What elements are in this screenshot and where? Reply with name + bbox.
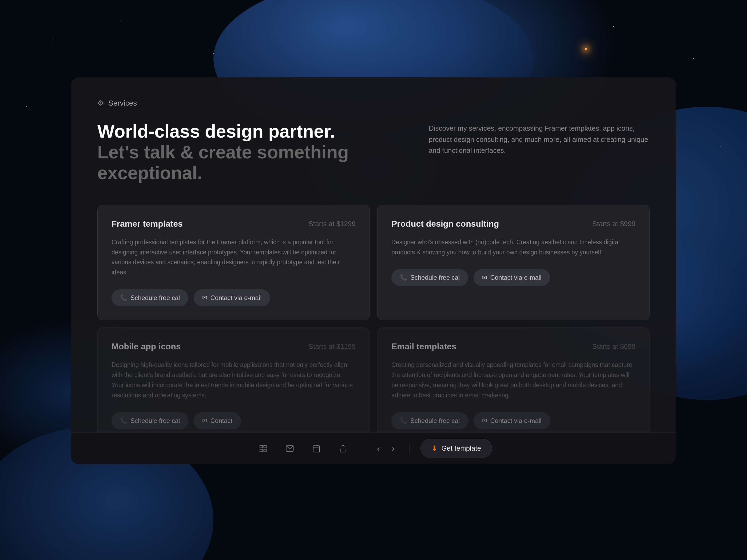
- card-framer-actions: 📞 Schedule free cal ✉ Contact via e-mail: [111, 289, 356, 306]
- get-template-label: Get template: [441, 444, 481, 453]
- card-mobile-header: Mobile app icons Starts at $1199: [111, 342, 356, 351]
- card-email-header: Email templates Starts at $699: [391, 342, 636, 351]
- email-icon: ✉: [202, 294, 207, 301]
- prev-button[interactable]: ‹: [373, 441, 384, 456]
- email-schedule-label: Schedule free cal: [410, 417, 460, 425]
- framer-schedule-label: Schedule free cal: [130, 294, 180, 301]
- grid-icon[interactable]: [255, 441, 271, 456]
- card-product-design: Product design consulting Starts at $999…: [377, 205, 650, 320]
- header-right: Discover my services, encompassing Frame…: [429, 121, 650, 156]
- card-product-header: Product design consulting Starts at $999: [391, 219, 636, 229]
- services-label-text: Services: [108, 99, 137, 107]
- framer-contact-label: Contact via e-mail: [210, 294, 261, 301]
- card-mobile-icons: Mobile app icons Starts at $1199 Designi…: [97, 327, 370, 443]
- card-framer-header: Framer templates Starts at $1299: [111, 219, 356, 229]
- svg-rect-3: [264, 449, 266, 451]
- email-icon-4: ✉: [482, 417, 487, 424]
- card-product-price: Starts at $999: [592, 220, 636, 228]
- email-contact-button[interactable]: ✉ Contact via e-mail: [473, 412, 550, 429]
- calendar-icon[interactable]: [308, 441, 325, 456]
- framer-schedule-button[interactable]: 📞 Schedule free cal: [111, 289, 188, 306]
- email-contact-label: Contact via e-mail: [490, 417, 541, 425]
- star-glow-decoration: [585, 48, 587, 50]
- services-icon: ⚙: [97, 99, 104, 107]
- card-email-title: Email templates: [391, 342, 457, 351]
- product-schedule-label: Schedule free cal: [410, 274, 460, 281]
- card-framer-price: Starts at $1299: [309, 220, 356, 228]
- header-description: Discover my services, encompassing Frame…: [429, 123, 650, 156]
- phone-icon-4: 📞: [400, 417, 407, 424]
- card-email-price: Starts at $699: [592, 342, 636, 351]
- card-email-actions: 📞 Schedule free cal ✉ Contact via e-mail: [391, 412, 636, 429]
- bottom-toolbar: ‹ › ⬇ Get template: [71, 432, 676, 464]
- card-mobile-price: Starts at $1199: [309, 342, 356, 351]
- next-button[interactable]: ›: [387, 441, 399, 456]
- mobile-schedule-label: Schedule free cal: [130, 417, 180, 425]
- card-mobile-description: Designing high-quality icons tailored fo…: [111, 360, 356, 401]
- phone-icon-2: 📞: [400, 274, 407, 281]
- svg-rect-0: [260, 445, 262, 448]
- mobile-contact-button[interactable]: ✉ Contact: [194, 412, 241, 429]
- svg-rect-1: [264, 445, 266, 448]
- mobile-contact-label: Contact: [210, 417, 232, 425]
- email-icon-2: ✉: [482, 274, 487, 281]
- card-mobile-title: Mobile app icons: [111, 342, 181, 351]
- email-schedule-button[interactable]: 📞 Schedule free cal: [391, 412, 468, 429]
- services-label: ⚙ Services: [97, 99, 650, 107]
- phone-icon-3: 📞: [120, 417, 127, 424]
- header-section: World-class design partner. Let's talk &…: [97, 121, 650, 184]
- card-email-description: Creating personalized and visually appea…: [391, 360, 636, 401]
- phone-icon: 📞: [120, 294, 127, 301]
- product-contact-button[interactable]: ✉ Contact via e-mail: [473, 269, 550, 286]
- svg-rect-2: [260, 449, 262, 451]
- mobile-schedule-button[interactable]: 📞 Schedule free cal: [111, 412, 188, 429]
- toolbar-navigation: ‹ ›: [373, 441, 399, 456]
- share-icon[interactable]: [335, 441, 351, 456]
- card-framer-description: Crafting professional templates for the …: [111, 237, 356, 278]
- card-email-templates: Email templates Starts at $699 Creating …: [377, 327, 650, 443]
- card-product-actions: 📞 Schedule free cal ✉ Contact via e-mail: [391, 269, 636, 286]
- product-schedule-button[interactable]: 📞 Schedule free cal: [391, 269, 468, 286]
- card-product-description: Designer who's obsessed with (no)code te…: [391, 237, 636, 258]
- toolbar-divider: [362, 443, 362, 454]
- email-icon-3: ✉: [202, 417, 207, 424]
- heading-sub: Let's talk & create something exceptiona…: [97, 141, 401, 183]
- main-panel: ⚙ Services World-class design partner. L…: [71, 77, 676, 464]
- card-mobile-actions: 📞 Schedule free cal ✉ Contact: [111, 412, 356, 429]
- svg-rect-5: [313, 446, 319, 452]
- email-toolbar-icon[interactable]: [282, 441, 298, 456]
- product-contact-label: Contact via e-mail: [490, 274, 541, 281]
- download-icon: ⬇: [431, 444, 438, 453]
- header-left: World-class design partner. Let's talk &…: [97, 121, 401, 184]
- cards-grid: Framer templates Starts at $1299 Craftin…: [97, 205, 650, 443]
- card-product-title: Product design consulting: [391, 219, 499, 229]
- card-framer-templates: Framer templates Starts at $1299 Craftin…: [97, 205, 370, 320]
- card-framer-title: Framer templates: [111, 219, 183, 229]
- heading-main: World-class design partner.: [97, 121, 401, 141]
- get-template-button[interactable]: ⬇ Get template: [420, 439, 492, 458]
- framer-contact-button[interactable]: ✉ Contact via e-mail: [194, 289, 270, 306]
